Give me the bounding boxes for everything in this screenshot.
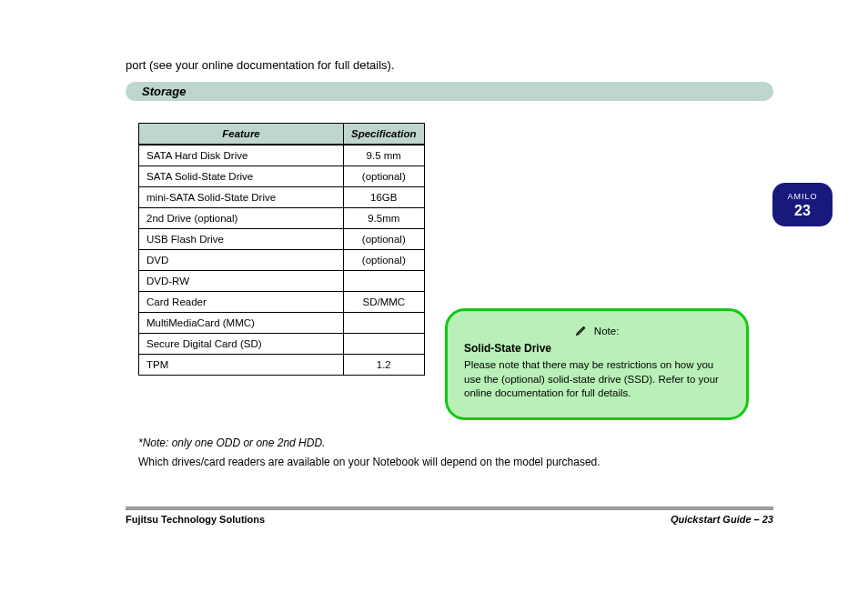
cell-label: Secure Digital Card (SD) — [139, 334, 344, 355]
note-callout: Note: Solid-State Drive Please note that… — [445, 308, 749, 420]
table-footnote: *Note: only one ODD or one 2nd HDD. — [138, 436, 325, 449]
cell-value — [344, 313, 425, 334]
cell-label: TPM — [139, 355, 344, 376]
table-row: Card ReaderSD/MMC — [139, 292, 425, 313]
page-tab: AMILO 23 — [772, 183, 833, 226]
cell-label: DVD — [139, 250, 344, 271]
cell-label: SATA Hard Disk Drive — [139, 145, 344, 166]
lead-text: port (see your online documentation for … — [126, 58, 395, 72]
cell-label: USB Flash Drive — [139, 229, 344, 250]
table-subnote: Which drives/card readers are available … — [138, 456, 601, 468]
table-row: Secure Digital Card (SD) — [139, 334, 425, 355]
cell-label: SATA Solid-State Drive — [139, 166, 344, 187]
cell-value: 16GB — [344, 187, 425, 208]
table-row: DVD-RW — [139, 271, 425, 292]
note-body: Please note that there may be restrictio… — [464, 358, 730, 401]
page-number: 23 — [780, 202, 825, 219]
cell-label: 2nd Drive (optional) — [139, 208, 344, 229]
cell-label: mini-SATA Solid-State Drive — [139, 187, 344, 208]
table-header-feature: Feature — [139, 124, 344, 145]
note-subtitle: Solid-State Drive — [464, 342, 730, 355]
storage-table: Feature Specification SATA Hard Disk Dri… — [138, 123, 425, 376]
footer-divider — [126, 507, 773, 510]
table-row: SATA Solid-State Drive(optional) — [139, 166, 425, 187]
note-head-label: Note: — [594, 326, 620, 336]
cell-label: Card Reader — [139, 292, 344, 313]
cell-value: 9.5mm — [344, 208, 425, 229]
table-row: mini-SATA Solid-State Drive16GB — [139, 187, 425, 208]
pencil-icon — [575, 326, 594, 336]
table-row: TPM1.2 — [139, 355, 425, 376]
cell-value: (optional) — [344, 229, 425, 250]
footer-page: Quickstart Guide – 23 — [671, 514, 773, 525]
cell-value — [344, 334, 425, 355]
table-row: 2nd Drive (optional)9.5mm — [139, 208, 425, 229]
cell-value: (optional) — [344, 250, 425, 271]
cell-label: MultiMediaCard (MMC) — [139, 313, 344, 334]
cell-value: SD/MMC — [344, 292, 425, 313]
table-row: SATA Hard Disk Drive9.5 mm — [139, 145, 425, 166]
footer-company: Fujitsu Technology Solutions — [126, 514, 265, 525]
table-row: MultiMediaCard (MMC) — [139, 313, 425, 334]
cell-value — [344, 271, 425, 292]
table-header-spec: Specification — [344, 124, 425, 145]
cell-value: (optional) — [344, 166, 425, 187]
cell-value: 9.5 mm — [344, 145, 425, 166]
table-row: DVD(optional) — [139, 250, 425, 271]
page-label: AMILO — [780, 192, 825, 202]
cell-value: 1.2 — [344, 355, 425, 376]
cell-label: DVD-RW — [139, 271, 344, 292]
section-title: Storage — [126, 82, 773, 101]
table-row: USB Flash Drive(optional) — [139, 229, 425, 250]
